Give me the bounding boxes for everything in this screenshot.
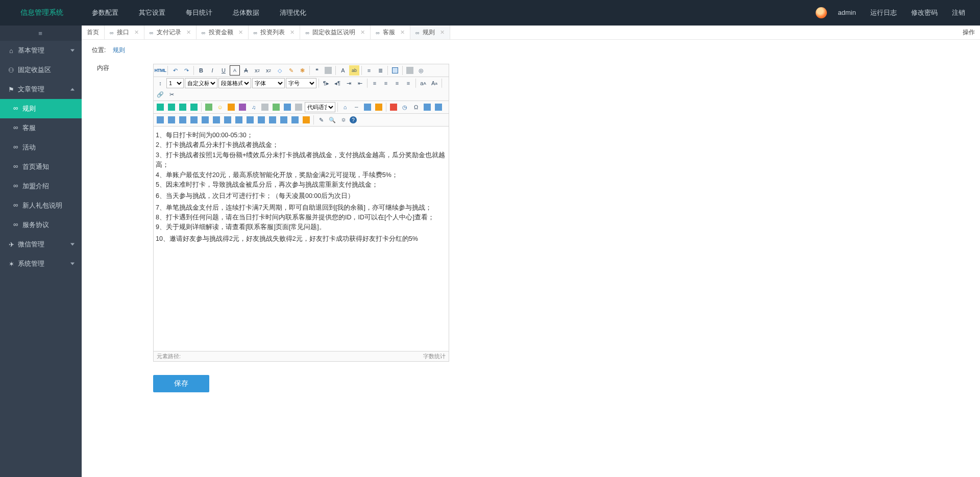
close-icon[interactable]: ✕	[134, 29, 139, 36]
bold-icon[interactable]: B	[196, 65, 206, 76]
sidebar-subitem-2-1[interactable]: ∞客服	[0, 118, 82, 138]
help-icon[interactable]: ?	[350, 116, 357, 123]
tab-5[interactable]: ∞固定收益区说明✕	[300, 26, 371, 39]
sidebar-subitem-2-3[interactable]: ∞首页通知	[0, 157, 82, 177]
split-rows-icon[interactable]	[279, 115, 289, 125]
underline-icon[interactable]: U	[218, 65, 229, 76]
align-left-icon[interactable]: ≡	[370, 78, 380, 88]
backcolor-icon[interactable]: ab	[349, 65, 359, 76]
tab-3[interactable]: ∞投资金额✕	[197, 26, 249, 39]
editor-line[interactable]: 3、打卡挑战者按照1元每份额+绩效瓜分未打卡挑战者挑战金，支付挑战金越高，瓜分奖…	[156, 150, 447, 170]
close-icon[interactable]: ✕	[290, 29, 295, 36]
snapscreen-icon[interactable]	[422, 102, 432, 112]
sidebar-item-1[interactable]: ⚇固定收益区	[0, 60, 82, 80]
charts-icon[interactable]	[301, 115, 311, 125]
blockquote-icon[interactable]: ❝	[312, 65, 322, 76]
template-icon[interactable]	[362, 102, 373, 112]
word-count-button[interactable]: 字数统计	[423, 353, 446, 360]
source-icon[interactable]: HTML	[155, 65, 165, 76]
tab-0[interactable]: 首页	[82, 26, 105, 39]
edit-tip-icon[interactable]: ✎	[316, 115, 326, 125]
editor-line[interactable]: 8、打卡遇到任何问题，请在当日打卡时间内联系客服并提供您的ID，ID可以在[个人…	[156, 213, 447, 222]
rowheight-select[interactable]: 1	[166, 78, 184, 88]
time-icon[interactable]: ◷	[400, 102, 410, 112]
align-justify-icon[interactable]: ≡	[403, 78, 413, 88]
insert-row-icon[interactable]	[189, 115, 199, 125]
tab-4[interactable]: ∞投资列表✕	[249, 26, 301, 39]
insert-frame-icon[interactable]	[293, 102, 304, 112]
sidebar-item-0[interactable]: ⌂基本管理	[0, 41, 82, 60]
webapp-icon[interactable]: ⌂	[340, 102, 350, 112]
editor-line[interactable]: 7、单笔挑战金支付后，连续打卡满7天周期，即可自助退回到[我的余额]，亦可继续参…	[156, 203, 447, 213]
sidebar-subitem-2-6[interactable]: ∞服务协议	[0, 215, 82, 235]
sidebar-subitem-2-4[interactable]: ∞加盟介绍	[0, 177, 82, 196]
font-border-icon[interactable]: A	[230, 65, 240, 76]
select-all-icon[interactable]	[390, 65, 400, 76]
header-link-2[interactable]: 注销	[945, 9, 972, 16]
close-icon[interactable]: ✕	[238, 29, 243, 36]
unlink-icon[interactable]: ✂	[166, 89, 177, 99]
tolowercase-icon[interactable]: Aa	[429, 78, 439, 88]
code-language-select[interactable]: 代码语言	[305, 102, 335, 112]
emotion-icon[interactable]: ☺	[215, 102, 225, 112]
sidebar-toggle[interactable]: ≡	[0, 26, 82, 41]
tab-6[interactable]: ∞客服✕	[371, 26, 410, 39]
topnav-item-1[interactable]: 其它设置	[129, 0, 176, 26]
wordimage-icon[interactable]	[433, 102, 444, 112]
editor-line[interactable]: 6、当天参与挑战，次日才可进行打卡；（每天凌晨00:00后为次日）	[156, 191, 447, 201]
sidebar-subitem-2-5[interactable]: ∞新人礼包说明	[0, 196, 82, 215]
editor-line[interactable]: 10、邀请好友参与挑战得2元，好友挑战失败得2元，好友打卡成功获得好友打卡分红的…	[156, 234, 447, 244]
touppercase-icon[interactable]: aA	[418, 78, 428, 88]
subscript-icon[interactable]: x2	[263, 65, 274, 76]
insert-ol-icon[interactable]: ≡	[364, 65, 374, 76]
editor-line[interactable]: 1、每日打卡时间为00:00-05:30；	[156, 131, 447, 140]
image-center-icon[interactable]	[189, 102, 199, 112]
music-icon[interactable]: ♫	[249, 102, 259, 112]
video-icon[interactable]	[237, 102, 248, 112]
eraser-icon[interactable]: ◇	[275, 65, 285, 76]
editor-body[interactable]: 1、每日打卡时间为00:00-05:30；2、打卡挑战者瓜分未打卡挑战者挑战金；…	[154, 127, 449, 351]
search-replace-icon[interactable]: 🔍	[327, 115, 337, 125]
gmap-icon[interactable]	[282, 102, 292, 112]
header-link-1[interactable]: 修改密码	[904, 9, 945, 16]
image-left-icon[interactable]	[166, 102, 177, 112]
delete-row-icon[interactable]	[200, 115, 210, 125]
paragraph-select[interactable]: 段落格式	[218, 78, 251, 88]
forecolor-icon[interactable]: A	[338, 65, 348, 76]
redo-icon[interactable]: ↷	[181, 65, 191, 76]
font-select[interactable]: 字体	[252, 78, 285, 88]
sidebar-subitem-2-0[interactable]: ∞规则	[0, 99, 82, 118]
merge-down-icon[interactable]	[256, 115, 266, 125]
spechars-icon[interactable]: Ω	[411, 102, 421, 112]
merge-cells-icon[interactable]	[234, 115, 244, 125]
pagebreak-icon[interactable]: ┄	[351, 102, 361, 112]
close-icon[interactable]: ✕	[440, 29, 445, 36]
insert-table-icon[interactable]	[155, 115, 165, 125]
paste-plain-icon[interactable]	[323, 65, 333, 76]
tab-2[interactable]: ∞支付记录✕	[144, 26, 197, 39]
indent-icon[interactable]: ⇥	[344, 78, 354, 88]
rtl-icon[interactable]: ◂¶	[332, 78, 342, 88]
tab-actions[interactable]: 操作	[958, 26, 980, 39]
insert-col-icon[interactable]	[211, 115, 222, 125]
crumb-current[interactable]: 规则	[113, 46, 125, 54]
preview-icon[interactable]: ◎	[416, 65, 426, 76]
editor-line[interactable]: 2、打卡挑战者瓜分未打卡挑战者挑战金；	[156, 140, 447, 150]
ltr-icon[interactable]: ¶▸	[321, 78, 331, 88]
username-label[interactable]: admin	[831, 0, 863, 26]
delete-table-icon[interactable]	[166, 115, 177, 125]
outdent-icon[interactable]: ⇤	[355, 78, 365, 88]
tab-1[interactable]: ∞接口✕	[105, 26, 144, 39]
tab-7[interactable]: ∞规则✕	[410, 26, 450, 39]
delete-col-icon[interactable]	[223, 115, 233, 125]
image-right-icon[interactable]	[178, 102, 188, 112]
insert-ul-icon[interactable]: ≣	[375, 65, 385, 76]
sidebar-subitem-2-2[interactable]: ∞活动	[0, 138, 82, 157]
autotype-icon[interactable]: ❃	[297, 65, 307, 76]
close-icon[interactable]: ✕	[400, 29, 405, 36]
insert-image-icon[interactable]	[204, 102, 214, 112]
attachment-icon[interactable]	[260, 102, 270, 112]
undo-icon[interactable]: ↶	[170, 65, 180, 76]
topnav-item-2[interactable]: 每日统计	[176, 0, 223, 26]
custom-title-select[interactable]: 自定义标题	[185, 78, 217, 88]
